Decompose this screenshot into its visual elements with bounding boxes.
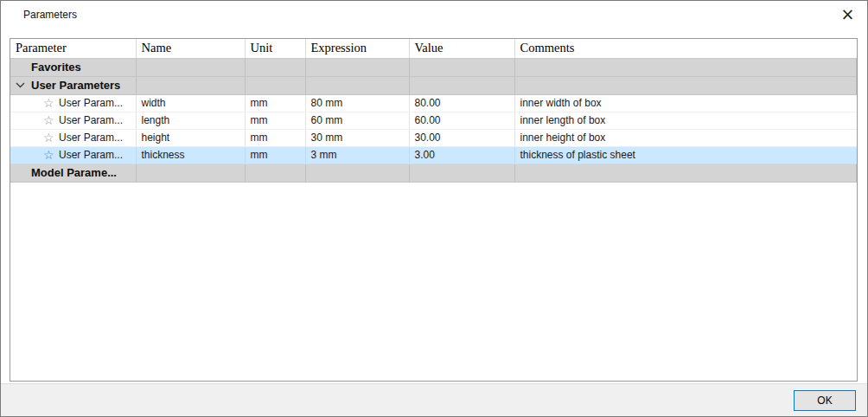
group-row-favorites[interactable]: Favorites [10, 58, 857, 76]
favorite-star-icon[interactable]: ☆ [43, 132, 59, 144]
value-cell: 3.00 [409, 146, 514, 164]
column-header-comments[interactable]: Comments [514, 39, 857, 58]
unit-cell[interactable]: mm [245, 94, 305, 112]
expression-cell[interactable]: 60 mm [305, 112, 409, 129]
column-header-name[interactable]: Name [136, 39, 245, 58]
value-cell: 80.00 [409, 94, 514, 112]
dialog-content: Parameter Name Unit Expression Value Com… [1, 28, 867, 383]
expression-cell[interactable]: 30 mm [305, 129, 409, 146]
expression-cell[interactable]: 80 mm [305, 94, 409, 112]
column-header-value[interactable]: Value [409, 39, 514, 58]
name-cell[interactable]: length [136, 112, 245, 129]
group-label-favorites: Favorites [31, 61, 81, 74]
favorite-star-icon[interactable]: ☆ [43, 97, 59, 109]
unit-cell[interactable]: mm [245, 112, 305, 129]
column-header-unit[interactable]: Unit [245, 39, 305, 58]
value-cell: 30.00 [409, 129, 514, 146]
favorite-star-icon[interactable]: ☆ [43, 149, 59, 161]
group-row-model-parameters[interactable]: Model Parame... [10, 164, 857, 182]
comments-cell[interactable]: inner length of box [514, 112, 857, 129]
footer-bar: OK [1, 383, 867, 416]
parameter-row-width[interactable]: ☆ User Param... width mm 80 mm 80.00 inn… [10, 94, 857, 112]
parameter-type-label: User Param... [59, 97, 123, 109]
parameters-table: Parameter Name Unit Expression Value Com… [10, 38, 858, 382]
group-row-user-parameters[interactable]: User Parameters [10, 76, 857, 94]
ok-button[interactable]: OK [794, 390, 856, 411]
name-cell[interactable]: height [136, 129, 245, 146]
unit-cell[interactable]: mm [245, 146, 305, 164]
chevron-down-icon[interactable] [16, 82, 31, 88]
name-cell[interactable]: width [136, 94, 245, 112]
value-cell: 60.00 [409, 112, 514, 129]
parameter-type-label: User Param... [59, 114, 123, 126]
group-label-model-parameters: Model Parame... [31, 166, 117, 179]
column-header-parameter[interactable]: Parameter [10, 39, 136, 58]
favorite-star-icon[interactable]: ☆ [43, 114, 59, 126]
parameter-row-thickness[interactable]: ☆ User Param... thickness mm 3 mm 3.00 t… [10, 146, 857, 164]
title-bar: Parameters × [1, 1, 867, 28]
parameter-row-height[interactable]: ☆ User Param... height mm 30 mm 30.00 in… [10, 129, 857, 146]
column-header-expression[interactable]: Expression [305, 39, 409, 58]
dialog-title: Parameters [1, 9, 77, 21]
parameters-dialog: Parameters × Parameter Name Unit Express… [0, 0, 868, 417]
parameter-type-label: User Param... [59, 149, 123, 161]
parameter-type-label: User Param... [59, 132, 123, 144]
close-icon[interactable]: × [828, 1, 867, 28]
parameter-row-length[interactable]: ☆ User Param... length mm 60 mm 60.00 in… [10, 112, 857, 129]
unit-cell[interactable]: mm [245, 129, 305, 146]
name-cell[interactable]: thickness [136, 146, 245, 164]
expression-cell[interactable]: 3 mm [305, 146, 409, 164]
comments-cell[interactable]: thickness of plastic sheet [514, 146, 857, 164]
table-header-row: Parameter Name Unit Expression Value Com… [10, 39, 857, 58]
comments-cell[interactable]: inner height of box [514, 129, 857, 146]
group-label-user-parameters: User Parameters [31, 79, 120, 92]
comments-cell[interactable]: inner width of box [514, 94, 857, 112]
